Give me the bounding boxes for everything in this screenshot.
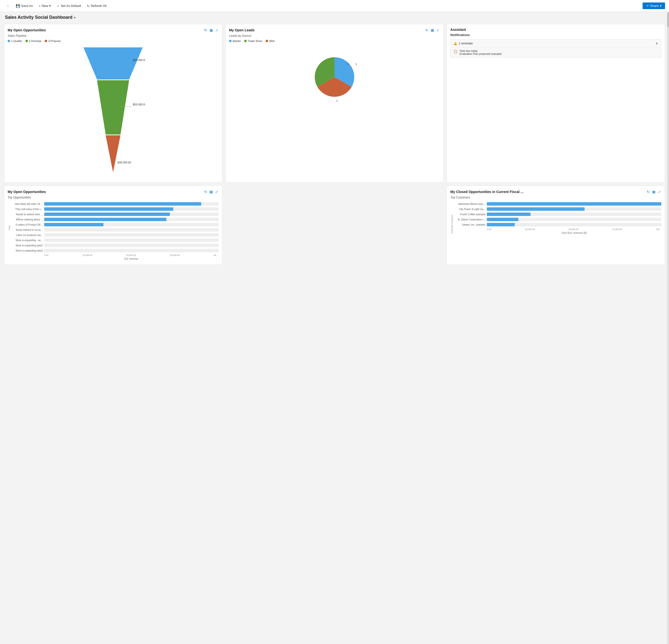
- bar-track: [44, 233, 219, 237]
- closed-bar-row-5: Litware, Inc. (sample): [453, 223, 661, 226]
- top-opps-title: My Open Opportunities: [8, 190, 46, 194]
- expand-leads-button[interactable]: ⤢: [436, 28, 440, 32]
- closed-bar-fill: [487, 207, 585, 211]
- top-opps-header: My Open Opportunities ↻ ▦ ⤢: [8, 189, 219, 194]
- expand-top-opps-button[interactable]: ⤢: [215, 189, 219, 194]
- set-default-label: Set As Default: [61, 4, 81, 8]
- bar-fill: [44, 218, 166, 221]
- top-opps-icons: ↻ ▦ ⤢: [204, 189, 219, 194]
- reminder-chevron-icon: ∧: [656, 42, 658, 45]
- new-icon: +: [39, 4, 41, 8]
- new-button[interactable]: + New ▾: [36, 3, 53, 9]
- svg-text:$25,000.00: $25,000.00: [133, 58, 145, 61]
- closed-bar-track: [487, 223, 661, 226]
- closed-bar-row-4: A. Datum Corporation (...: [453, 218, 661, 221]
- closed-opps-title: My Closed Opportunities in Current Fisca…: [450, 190, 523, 194]
- back-button[interactable]: ←: [4, 3, 12, 9]
- refresh-icon: ↻: [87, 4, 90, 8]
- top-opps-chart: Topic Very likely will order 18 ... They…: [8, 201, 219, 261]
- bar-row-5: 6 orders of Product SK...: [11, 223, 219, 226]
- dashboard-header: Sales Activity Social Dashboard ▾: [0, 12, 669, 22]
- view-card-button[interactable]: ▦: [209, 28, 213, 32]
- bar-track: [44, 207, 219, 211]
- closed-bar-row-2: City Power & Light (sa...: [453, 207, 661, 211]
- bar-row-10: Store is expanding opty3: [11, 249, 219, 252]
- save-as-label: Save As: [21, 4, 33, 8]
- view-top-opps-button[interactable]: ▦: [209, 189, 213, 194]
- share-button[interactable]: ↗ Share ▾: [643, 2, 665, 9]
- reminder-title: 🔔 1 reminder: [454, 42, 473, 45]
- legend-label-develop: 2-Develop: [29, 40, 41, 42]
- task-item: 📋 Task due today Evaluation Plan propose…: [454, 47, 658, 55]
- save-as-button[interactable]: 💾 Save As: [13, 3, 35, 9]
- bar-row-9: Store is expanding opty2: [11, 244, 219, 247]
- svg-text:1: 1: [336, 99, 338, 102]
- svg-marker-1: [97, 80, 129, 134]
- scrollbar[interactable]: [667, 12, 669, 269]
- funnel-chart: $25,000.00 $55,000.00 $36,000.00: [81, 47, 145, 176]
- expand-closed-button[interactable]: ⤢: [657, 189, 661, 194]
- view-leads-button[interactable]: ▦: [430, 28, 435, 32]
- title-chevron-icon[interactable]: ▾: [74, 16, 75, 19]
- bar-label: Store is expanding - se...: [11, 239, 43, 242]
- save-icon: 💾: [16, 4, 20, 8]
- card-title: My Open Opportunities: [8, 28, 46, 32]
- legend-dot-blank: [229, 40, 231, 42]
- reminder-header[interactable]: 🔔 1 reminder ∧: [454, 42, 658, 45]
- bar-fill: [44, 207, 173, 211]
- top-opps-subtitle: Top Opportunities: [8, 196, 219, 199]
- closed-bar-track: [487, 202, 661, 205]
- assistant-card-header: Assistant: [450, 28, 661, 32]
- refresh-leads-button[interactable]: ↻: [425, 28, 429, 32]
- toolbar: ← 💾 Save As + New ▾ ✓ Set As Default ↻ R…: [0, 0, 669, 12]
- new-chevron-icon: ▾: [49, 4, 51, 8]
- bar-track: [44, 213, 219, 216]
- bar-row-8: Store is expanding - se...: [11, 239, 219, 242]
- bar-track: [44, 228, 219, 231]
- svg-text:1: 1: [355, 63, 357, 66]
- legend-item-blank: (blank): [229, 40, 241, 42]
- task-icon: 📋: [454, 49, 457, 53]
- legend-item-tradeshow: Trade Show: [244, 40, 262, 42]
- bar-row-7: Likes our products (sa...: [11, 233, 219, 237]
- bar-label: Store is expanding opty2: [11, 244, 43, 247]
- legend-dot-web: [266, 40, 268, 42]
- refresh-top-opps-button[interactable]: ↻: [204, 189, 208, 194]
- refresh-closed-button[interactable]: ↻: [646, 189, 650, 194]
- bar-row-3: Needs to restock their ...: [11, 213, 219, 216]
- legend-label-qualify: 1-Qualify: [11, 40, 22, 42]
- y-axis-label-closed: Potential Customer: [451, 215, 453, 234]
- refresh-all-button[interactable]: ↻ Refresh All: [84, 3, 109, 9]
- closed-bar-track: [487, 207, 661, 211]
- legend-label-propose: 3-Propose: [48, 40, 61, 42]
- legend-item-web: Web: [266, 40, 274, 42]
- bar-label: Will be ordering about ...: [11, 218, 43, 221]
- legend-dot-develop: [25, 40, 28, 42]
- assistant-card: Assistant Notifications 🔔 1 reminder ∧ 📋…: [446, 24, 665, 183]
- y-axis-label-opps: Topic: [8, 225, 11, 230]
- closed-bar-label: Fourth Coffee (sample): [453, 213, 485, 216]
- set-default-button[interactable]: ✓ Set As Default: [54, 3, 83, 9]
- closed-opps-icons: ↻ ▦ ⤢: [646, 189, 661, 194]
- closed-bar-row-1: Adventure Works (sam...: [453, 202, 661, 205]
- bar-label: Very likely will order 18 ...: [11, 203, 43, 205]
- refresh-card-button[interactable]: ↻: [204, 28, 208, 32]
- closed-x-axis-title: Sum (Est. revenue) ($): [453, 231, 661, 234]
- expand-card-button[interactable]: ⤢: [215, 28, 219, 32]
- share-label: Share: [650, 4, 659, 8]
- bar-label: Likes our products (sa...: [11, 234, 43, 237]
- checkmark-icon: ✓: [57, 4, 60, 8]
- view-closed-button[interactable]: ▦: [652, 189, 656, 194]
- closed-opps-header: My Closed Opportunities in Current Fisca…: [450, 189, 661, 194]
- closed-opps-subtitle: Top Customers: [450, 196, 661, 199]
- scrollbar-thumb[interactable]: [667, 12, 669, 27]
- bar-track: [44, 244, 219, 247]
- new-label: New: [42, 4, 48, 8]
- card-subtitle: Sales Pipeline: [8, 34, 219, 38]
- legend-label-tradeshow: Trade Show: [247, 40, 262, 42]
- svg-text:$55,000.00: $55,000.00: [133, 103, 145, 106]
- bar-row-6: Some interest in our pr...: [11, 228, 219, 231]
- bar-label: They sell many of the s...: [11, 208, 43, 211]
- closed-bar-fill: [487, 213, 530, 216]
- leads-legend: (blank) Trade Show Web: [229, 40, 440, 42]
